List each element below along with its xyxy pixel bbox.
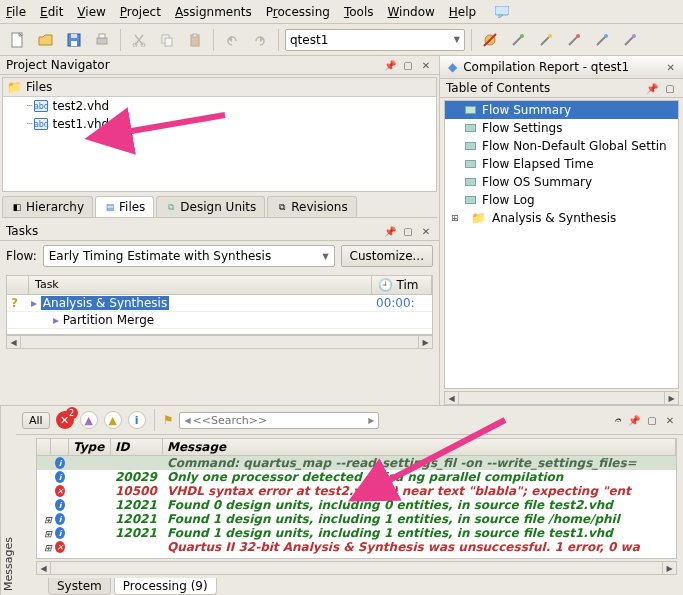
paste-icon[interactable] <box>183 28 207 52</box>
pin-icon[interactable]: 📌 <box>383 58 397 72</box>
menu-window[interactable]: Window <box>387 5 434 19</box>
menu-processing[interactable]: Processing <box>266 5 330 19</box>
svg-rect-5 <box>97 38 107 44</box>
task-scrollbar[interactable]: ◀ ▶ <box>6 335 433 349</box>
toc-flow-nondefault[interactable]: Flow Non-Default Global Settin <box>445 137 678 155</box>
task-row[interactable]: ▸ Partition Merge <box>7 312 432 329</box>
pin-icon[interactable]: 📌 <box>645 81 659 95</box>
find-icon[interactable]: 𝄐 <box>614 413 621 428</box>
file-row[interactable]: ┄ abd test2.vhd <box>3 97 436 115</box>
menu-help[interactable]: Help <box>449 5 476 19</box>
filter-error-button[interactable]: ✕2 <box>56 411 74 429</box>
message-row[interactable]: ✕10500VHDL syntax error at test2.vhd(1) … <box>37 484 676 498</box>
toc-flow-elapsed[interactable]: Flow Elapsed Time <box>445 155 678 173</box>
messages-search-box[interactable]: ◀ ▶ <box>179 412 379 429</box>
maximize-icon[interactable]: ▢ <box>645 413 659 427</box>
wand-red-icon[interactable] <box>562 28 586 52</box>
save-icon[interactable] <box>62 28 86 52</box>
close-icon[interactable]: ✕ <box>419 224 433 238</box>
close-icon[interactable]: ✕ <box>667 62 675 73</box>
task-col-status[interactable] <box>7 276 29 294</box>
flow-combo[interactable]: Early Timing Estimate with Synthesis ▼ <box>43 245 335 267</box>
info-icon: i <box>55 513 65 525</box>
copy-icon[interactable] <box>155 28 179 52</box>
strike-bug-icon[interactable] <box>478 28 502 52</box>
toolbar-separator <box>154 409 155 431</box>
toc-flow-log[interactable]: Flow Log <box>445 191 678 209</box>
help-bubble-icon[interactable] <box>490 0 514 24</box>
wand-yellow-icon[interactable] <box>534 28 558 52</box>
search-next-icon[interactable]: ▶ <box>368 416 374 425</box>
messages-table-header: Type ID Message <box>37 439 676 456</box>
message-row[interactable]: iCommand: quartus_map --read_settings_fi… <box>37 456 676 470</box>
messages-scrollbar[interactable]: ◀ ▶ <box>36 561 677 575</box>
task-row[interactable]: ? ▸ Analysis & Synthesis 00:00: <box>7 295 432 312</box>
toc-flow-settings[interactable]: Flow Settings <box>445 119 678 137</box>
maximize-icon[interactable]: ▢ <box>663 81 677 95</box>
pin-icon[interactable]: 📌 <box>383 224 397 238</box>
filter-info-button[interactable]: i <box>128 411 146 429</box>
messages-search-input[interactable] <box>193 414 367 427</box>
tab-design-units[interactable]: ⧉Design Units <box>156 196 265 217</box>
toc-scrollbar[interactable]: ◀ ▶ <box>444 391 679 405</box>
scroll-left-icon[interactable]: ◀ <box>445 392 459 404</box>
scroll-right-icon[interactable]: ▶ <box>662 562 676 574</box>
new-file-icon[interactable] <box>6 28 30 52</box>
message-row[interactable]: ⊞i12021Found 1 design units, including 1… <box>37 512 676 526</box>
menu-edit[interactable]: Edit <box>40 5 63 19</box>
filter-critical-button[interactable]: ▲ <box>80 411 98 429</box>
task-col-time[interactable]: 🕘 Tim <box>372 276 432 294</box>
close-icon[interactable]: ✕ <box>419 58 433 72</box>
wand-blue-icon[interactable] <box>590 28 614 52</box>
message-row[interactable]: ⊞✕Quartus II 32-bit Analysis & Synthesis… <box>37 540 676 554</box>
menu-assignments[interactable]: Assignments <box>175 5 252 19</box>
toc-flow-os[interactable]: Flow OS Summary <box>445 173 678 191</box>
menu-view[interactable]: View <box>77 5 105 19</box>
cut-icon[interactable] <box>127 28 151 52</box>
message-row[interactable]: ⊞i12021Found 1 design units, including 1… <box>37 526 676 540</box>
menu-file[interactable]: File <box>6 5 26 19</box>
scroll-right-icon[interactable]: ▶ <box>664 392 678 404</box>
message-row[interactable]: i20029Only one processor detected - disa… <box>37 470 676 484</box>
scroll-right-icon[interactable]: ▶ <box>418 336 432 348</box>
toc-flow-summary[interactable]: Flow Summary <box>445 101 678 119</box>
tab-revisions[interactable]: ⧉Revisions <box>267 196 356 217</box>
open-folder-icon[interactable] <box>34 28 58 52</box>
undo-icon[interactable] <box>220 28 244 52</box>
message-row[interactable]: i12021Found 0 design units, including 0 … <box>37 498 676 512</box>
project-selector-combo[interactable]: qtest1 ▼ <box>285 29 465 51</box>
redo-icon[interactable] <box>248 28 272 52</box>
pin-icon[interactable]: 📌 <box>627 413 641 427</box>
task-col-task[interactable]: Task <box>29 276 372 294</box>
wand-purple-icon[interactable] <box>618 28 642 52</box>
filter-warning-button[interactable]: ▲ <box>104 411 122 429</box>
scroll-left-icon[interactable]: ◀ <box>37 562 51 574</box>
tab-hierarchy[interactable]: ◧Hierarchy <box>2 196 93 217</box>
toolbar-separator <box>213 29 214 51</box>
messages-panel: Messages All ✕2 ▲ ▲ i ⚑ ◀ ▶ 𝄐 📌 ▢ ✕ <box>0 405 683 595</box>
flag-icon[interactable]: ⚑ <box>163 413 174 427</box>
maximize-icon[interactable]: ▢ <box>401 58 415 72</box>
tab-system[interactable]: System <box>48 578 111 595</box>
files-root[interactable]: 📁 Files <box>3 78 436 97</box>
compilation-report-tab[interactable]: ◆ Compilation Report - qtest1 ✕ <box>440 56 683 79</box>
customize-button[interactable]: Customize... <box>341 245 433 267</box>
col-type[interactable]: Type <box>69 439 111 455</box>
col-message[interactable]: Message <box>163 439 676 455</box>
maximize-icon[interactable]: ▢ <box>401 224 415 238</box>
print-icon[interactable] <box>90 28 114 52</box>
menu-tools[interactable]: Tools <box>344 5 374 19</box>
tab-files[interactable]: ▤Files <box>95 196 154 217</box>
close-icon[interactable]: ✕ <box>663 413 677 427</box>
file-row[interactable]: ┄ abd test1.vhd <box>3 115 436 133</box>
scroll-left-icon[interactable]: ◀ <box>7 336 21 348</box>
wand-green-icon[interactable] <box>506 28 530 52</box>
tab-processing[interactable]: Processing (9) <box>114 578 217 595</box>
search-prev-icon[interactable]: ◀ <box>184 416 190 425</box>
filter-all-button[interactable]: All <box>22 412 50 429</box>
toc-analysis-synthesis[interactable]: ⊞📁Analysis & Synthesis <box>445 209 678 227</box>
svg-rect-12 <box>193 34 197 37</box>
col-id[interactable]: ID <box>111 439 163 455</box>
play-icon: ▸ <box>31 296 37 310</box>
menu-project[interactable]: Project <box>120 5 161 19</box>
